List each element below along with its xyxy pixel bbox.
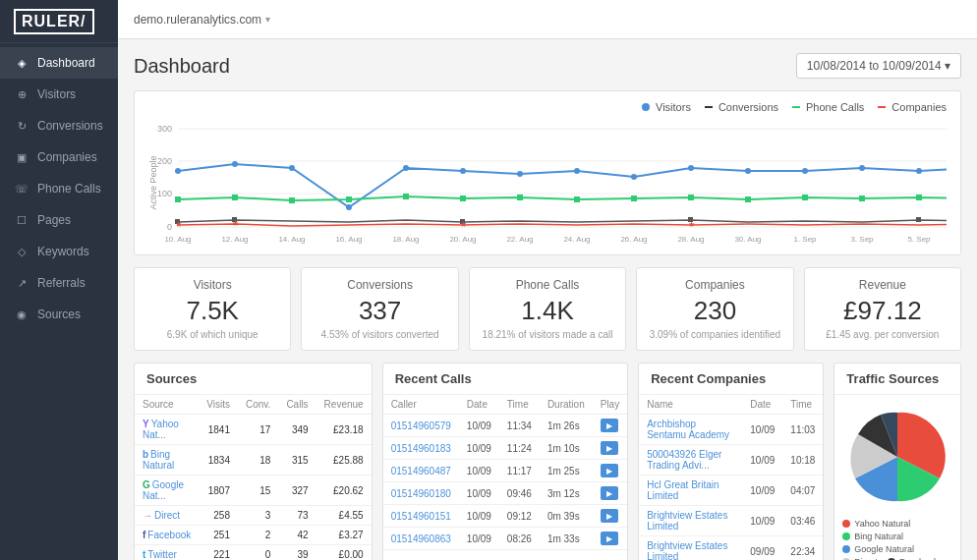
svg-rect-38 <box>916 195 922 200</box>
call-play[interactable]: ▶ <box>593 415 627 437</box>
sidebar-item-conversions[interactable]: ↻Conversions <box>0 110 118 141</box>
play-button[interactable]: ▶ <box>601 509 618 523</box>
sidebar-item-companies[interactable]: ▣Companies <box>0 141 118 173</box>
play-button[interactable]: ▶ <box>601 419 618 432</box>
company-name[interactable]: Hcl Great Britain Limited <box>639 476 742 506</box>
call-play[interactable]: ▶ <box>593 505 627 528</box>
call-play[interactable]: ▶ <box>593 528 627 550</box>
source-conv: 0 <box>238 545 278 561</box>
sidebar-item-label: Phone Calls <box>37 182 101 196</box>
svg-text:30. Aug: 30. Aug <box>734 235 761 244</box>
company-row: Hcl Great Britain Limited 10/09 04:07 <box>639 476 823 506</box>
col-source: Source <box>135 395 199 415</box>
legend-item-visitors: Visitors <box>642 101 691 113</box>
company-name[interactable]: 500043926 Elger Trading Advi... <box>639 445 742 476</box>
sidebar-item-pages[interactable]: ☐Pages <box>0 204 118 236</box>
sidebar-item-sources[interactable]: ◉Sources <box>0 299 118 330</box>
svg-rect-26 <box>232 195 238 200</box>
svg-text:0: 0 <box>167 222 172 232</box>
call-duration: 1m 25s <box>540 460 593 482</box>
svg-text:20. Aug: 20. Aug <box>449 235 476 244</box>
source-name[interactable]: YYahoo Nat... <box>135 415 199 445</box>
col-conv: Conv. <box>238 395 278 415</box>
companies-header-row: Name Date Time <box>639 395 823 415</box>
source-revenue: £25.88 <box>316 445 372 476</box>
svg-point-19 <box>745 168 751 174</box>
svg-text:22. Aug: 22. Aug <box>506 235 533 244</box>
svg-rect-33 <box>631 196 637 201</box>
svg-text:Active People: Active People <box>148 155 158 209</box>
sidebar-item-visitors[interactable]: ⊕Visitors <box>0 79 118 110</box>
caller-number[interactable]: 01514960863 <box>383 528 459 550</box>
caller-number[interactable]: 01514960487 <box>383 460 459 482</box>
traffic-title: Traffic Sources <box>834 364 960 395</box>
logo: RULER/ <box>0 0 118 43</box>
stat-sub: 3.09% of companies identified <box>649 329 780 340</box>
company-name[interactable]: Brightview Estates Limited <box>639 536 742 561</box>
source-icon: → <box>143 510 152 521</box>
sidebar-item-phone-calls[interactable]: ☏Phone Calls <box>0 173 118 204</box>
calls-body: 01514960579 10/09 11:34 1m 26s ▶ 0151496… <box>383 415 628 550</box>
pie-container <box>834 395 960 515</box>
call-row: 01514960579 10/09 11:34 1m 26s ▶ <box>383 415 628 437</box>
pie-legend-item: Yahoo Natural <box>842 519 910 529</box>
source-calls: 73 <box>278 506 316 526</box>
source-name[interactable]: GGoogle Nat... <box>135 476 199 506</box>
call-play[interactable]: ▶ <box>593 437 627 460</box>
svg-text:★: ★ <box>688 220 695 229</box>
source-icon: Y <box>143 419 149 429</box>
sidebar-item-label: Referrals <box>37 276 86 290</box>
svg-text:1. Sep: 1. Sep <box>793 235 817 244</box>
stat-value: 1.4K <box>482 296 613 326</box>
source-calls: 315 <box>278 445 316 476</box>
company-name[interactable]: Archbishop Sentamu Academy <box>639 415 742 445</box>
domain-selector[interactable]: demo.ruleranalytics.com ▾ <box>134 13 270 27</box>
svg-point-10 <box>232 161 238 167</box>
sidebar-item-dashboard[interactable]: ◈Dashboard <box>0 47 118 79</box>
svg-rect-30 <box>460 196 466 201</box>
stat-sub: £1.45 avg. per conversion <box>817 329 948 340</box>
sidebar-item-referrals[interactable]: ↗Referrals <box>0 267 118 299</box>
svg-rect-34 <box>688 195 694 200</box>
play-button[interactable]: ▶ <box>601 532 618 545</box>
call-time: 09:12 <box>499 505 540 528</box>
sidebar-item-keywords[interactable]: ◇Keywords <box>0 236 118 267</box>
svg-point-9 <box>175 168 181 174</box>
col-time: Time <box>782 395 823 415</box>
call-play[interactable]: ▶ <box>593 460 627 482</box>
caller-number[interactable]: 01514960579 <box>383 415 459 437</box>
call-play[interactable]: ▶ <box>593 482 627 505</box>
svg-text:5. Sep: 5. Sep <box>907 235 931 244</box>
sidebar-item-label: Pages <box>37 213 71 227</box>
svg-point-22 <box>916 168 922 174</box>
source-row: tTwitter 221 0 39 £0.00 <box>135 545 372 561</box>
play-button[interactable]: ▶ <box>601 464 618 477</box>
play-button[interactable]: ▶ <box>601 441 618 455</box>
sidebar-item-label: Visitors <box>37 87 76 101</box>
caller-number[interactable]: 01514960183 <box>383 437 459 460</box>
sources-body: YYahoo Nat... 1841 17 349 £23.18 bBing N… <box>135 415 372 561</box>
svg-rect-25 <box>175 196 181 202</box>
source-revenue: £20.62 <box>316 476 372 506</box>
caller-number[interactable]: 01514960180 <box>383 482 459 505</box>
source-name[interactable]: →Direct <box>135 506 199 526</box>
svg-text:26. Aug: 26. Aug <box>620 235 647 244</box>
play-button[interactable]: ▶ <box>601 486 618 500</box>
call-date: 10/09 <box>459 482 499 505</box>
source-icon: f <box>143 530 145 540</box>
caller-number[interactable]: 01514960151 <box>383 505 459 528</box>
source-name[interactable]: tTwitter <box>135 545 199 561</box>
svg-point-15 <box>517 171 523 177</box>
stat-sub: 4.53% of visitors converted <box>314 329 445 340</box>
source-visits: 1841 <box>199 415 238 445</box>
company-name[interactable]: Brightview Estates Limited <box>639 506 742 536</box>
date-range-button[interactable]: 10/08/2014 to 10/09/2014 ▾ <box>796 53 961 79</box>
stat-card-companies: Companies 230 3.09% of companies identif… <box>636 267 793 351</box>
source-name[interactable]: bBing Natural <box>135 445 199 476</box>
source-name[interactable]: fFacebook <box>135 526 199 545</box>
col-date: Date <box>742 395 782 415</box>
svg-text:200: 200 <box>157 156 172 166</box>
svg-rect-37 <box>859 196 865 201</box>
stats-row: Visitors 7.5K 6.9K of which unique Conve… <box>134 267 961 351</box>
svg-point-14 <box>460 168 466 174</box>
